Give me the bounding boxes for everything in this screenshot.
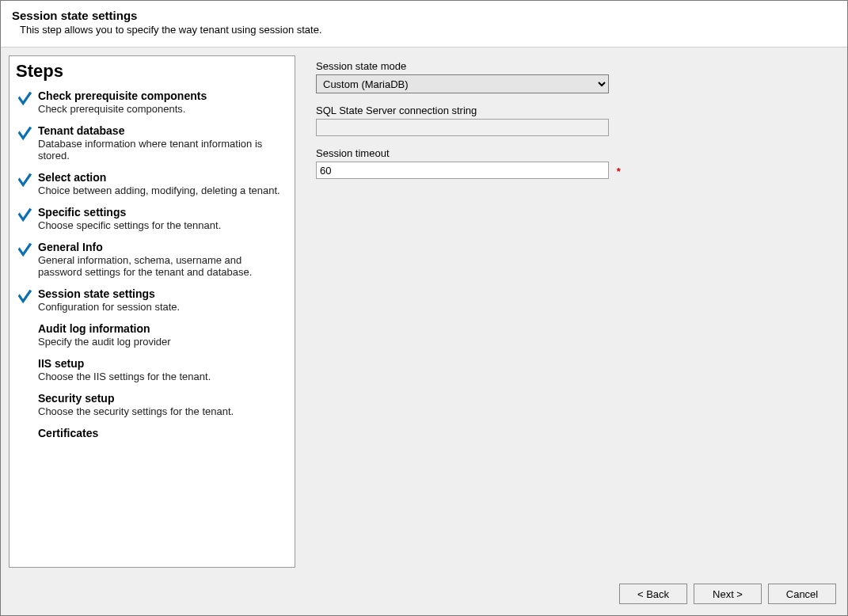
field-session-state-mode: Session state mode Custom (MariaDB) xyxy=(316,60,823,93)
step-item[interactable]: Security setupChoose the security settin… xyxy=(16,392,291,417)
checkmark-icon xyxy=(16,171,38,191)
step-desc: Choice between adding, modifying, deleti… xyxy=(38,184,287,196)
field-connection-string: SQL State Server connection string xyxy=(316,105,823,136)
step-desc: Specify the audit log provider xyxy=(38,336,287,348)
step-title: Audit log information xyxy=(38,322,287,335)
step-title: Certificates xyxy=(38,427,287,439)
checkmark-icon xyxy=(16,89,38,109)
step-item[interactable]: Audit log informationSpecify the audit l… xyxy=(16,322,291,348)
page-title: Session state settings xyxy=(12,9,835,22)
checkmark-icon xyxy=(16,241,38,260)
step-title: Tenant database xyxy=(38,124,287,137)
steps-heading: Steps xyxy=(16,61,295,82)
step-title: Security setup xyxy=(38,392,287,405)
step-desc: General information, schema, username an… xyxy=(38,254,287,278)
step-desc: Choose the IIS settings for the tenant. xyxy=(38,371,287,382)
checkmark-icon xyxy=(16,206,38,226)
form-panel: Session state mode Custom (MariaDB) SQL … xyxy=(311,55,839,568)
step-item[interactable]: IIS setupChoose the IIS settings for the… xyxy=(16,357,291,382)
wizard-footer: < Back Next > Cancel xyxy=(1,576,847,615)
step-item[interactable]: Certificates xyxy=(16,427,291,440)
step-title: Check prerequisite components xyxy=(38,89,287,102)
field-session-timeout: Session timeout * xyxy=(316,147,823,179)
label-connection-string: SQL State Server connection string xyxy=(316,105,823,116)
label-session-timeout: Session timeout xyxy=(316,147,823,159)
next-button[interactable]: Next > xyxy=(694,584,762,604)
step-item[interactable]: Select actionChoice between adding, modi… xyxy=(16,171,291,196)
step-title: Select action xyxy=(38,171,287,184)
wizard-body: Steps Check prerequisite componentsCheck… xyxy=(1,48,847,576)
page-subtitle: This step allows you to specify the way … xyxy=(20,24,835,36)
step-item[interactable]: General InfoGeneral information, schema,… xyxy=(16,241,291,278)
required-indicator-icon: * xyxy=(617,165,621,177)
step-title: General Info xyxy=(38,241,287,253)
step-item[interactable]: Check prerequisite componentsCheck prere… xyxy=(16,89,291,115)
wizard-window: Session state settings This step allows … xyxy=(0,0,848,616)
step-desc: Choose specific settings for the tennant… xyxy=(38,219,287,231)
cancel-button[interactable]: Cancel xyxy=(768,584,836,604)
step-desc: Database information where tenant inform… xyxy=(38,138,287,162)
step-desc: Configuration for session state. xyxy=(38,301,287,313)
steps-list[interactable]: Check prerequisite componentsCheck prere… xyxy=(16,89,295,562)
checkmark-icon xyxy=(16,124,38,144)
checkmark-icon xyxy=(16,287,38,307)
step-desc: Check prerequisite components. xyxy=(38,103,287,115)
steps-panel: Steps Check prerequisite componentsCheck… xyxy=(9,55,295,568)
label-session-state-mode: Session state mode xyxy=(316,60,823,72)
input-session-timeout[interactable] xyxy=(316,162,609,179)
step-title: Session state settings xyxy=(38,287,287,300)
step-title: IIS setup xyxy=(38,357,287,370)
step-item[interactable]: Session state settingsConfiguration for … xyxy=(16,287,291,313)
step-desc: Choose the security settings for the ten… xyxy=(38,405,287,417)
step-item[interactable]: Tenant databaseDatabase information wher… xyxy=(16,124,291,162)
step-item[interactable]: Specific settingsChoose specific setting… xyxy=(16,206,291,231)
input-connection-string[interactable] xyxy=(316,119,609,136)
step-title: Specific settings xyxy=(38,206,287,219)
wizard-header: Session state settings This step allows … xyxy=(1,1,847,48)
back-button[interactable]: < Back xyxy=(619,584,687,604)
select-session-state-mode[interactable]: Custom (MariaDB) xyxy=(316,74,609,93)
